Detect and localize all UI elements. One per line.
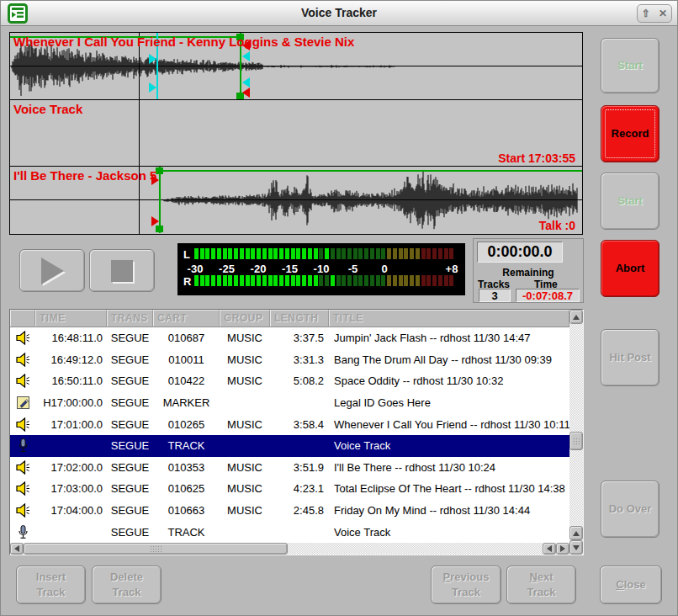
table-row[interactable]: 16:48:11.0SEGUE010687MUSIC3:37.5Jumpin' … — [10, 327, 569, 349]
column-header: TITLE — [329, 310, 569, 327]
voice-tracker-window: { "window": { "title": "Voice Tracker" }… — [0, 0, 678, 616]
talk-marker-handle-icon[interactable] — [149, 82, 156, 93]
shade-window-icon[interactable]: ⇧ — [638, 6, 654, 21]
cell-group: MUSIC — [220, 482, 270, 495]
table-row[interactable]: 17:02:00.0SEGUE010353MUSIC3:51.9I'll Be … — [10, 457, 569, 479]
start-track1-button[interactable]: Start — [601, 38, 659, 93]
meter-segment — [257, 275, 261, 286]
table-row[interactable]: 17:03:00.0SEGUE010625MUSIC4:23.1Total Ec… — [10, 478, 569, 500]
meter-segment — [426, 248, 431, 259]
cell-group: MUSIC — [220, 332, 270, 344]
meter-segment — [353, 275, 358, 286]
meter-segment — [262, 248, 267, 259]
start-track3-button[interactable]: Start — [601, 173, 659, 230]
do-over-button[interactable]: Do Over — [601, 481, 659, 538]
cell-icon — [10, 330, 35, 346]
scroll-up-button-2[interactable] — [569, 526, 583, 540]
table-row[interactable]: 17:01:00.0SEGUE010265MUSIC3:58.4Whenever… — [10, 413, 569, 435]
delete-track-button[interactable]: Delete Track — [92, 566, 162, 604]
stop-button[interactable] — [89, 249, 155, 292]
meter-segment — [319, 248, 323, 259]
scroll-down-button[interactable] — [569, 540, 583, 555]
abort-button[interactable]: Abort — [601, 240, 659, 297]
end-marker-handle-icon[interactable] — [242, 88, 250, 98]
meter-segment — [381, 275, 385, 286]
meter-segment — [240, 248, 244, 259]
scroll-left-button[interactable] — [10, 543, 24, 555]
meter-segment — [291, 248, 295, 259]
cell-length: 3:31.3 — [270, 353, 329, 366]
gain-envelope-line[interactable] — [159, 170, 582, 172]
meter-segment — [291, 275, 295, 286]
hit-post-button[interactable]: Hit Post — [601, 329, 659, 386]
close-button[interactable]: Close — [600, 566, 662, 604]
stop-icon — [111, 260, 133, 282]
cell-title: Jumpin' Jack Flash -- rdhost 11/30 14:47 — [329, 332, 569, 344]
meter-segment — [240, 275, 244, 286]
play-button[interactable] — [19, 249, 85, 292]
meter-segment — [358, 248, 363, 259]
button-label: Close — [616, 577, 645, 592]
table-row[interactable]: SEGUETRACKVoice Track — [10, 435, 569, 457]
previous-track-button[interactable]: Previous Track — [431, 566, 501, 604]
cell-title: Friday On My Mind -- rdhost 11/30 14:44 — [329, 504, 569, 517]
button-label: Start — [617, 194, 643, 209]
cell-group: MUSIC — [220, 418, 270, 431]
meter-segment — [336, 275, 341, 286]
meter-segment — [319, 275, 323, 286]
cell-cart: 010265 — [153, 418, 220, 431]
table-row[interactable]: SEGUETRACKVoice Track — [10, 521, 569, 543]
cell-time: 17:04:00.0 — [35, 504, 107, 517]
table-row[interactable]: H17:00:00.0SEGUEMARKERLegal ID Goes Here — [10, 392, 569, 414]
meter-segment — [257, 248, 261, 259]
column-header — [10, 310, 35, 327]
track-before[interactable]: Whenever I Call You Friend - Kenny Loggi… — [10, 33, 582, 100]
button-label: Start — [617, 58, 643, 73]
start-marker-line[interactable] — [159, 167, 161, 233]
cell-trans: SEGUE — [107, 396, 153, 409]
meter-segment — [279, 275, 283, 286]
log-table-header: TIMETRANSCARTGROUPLENGTHTITLE — [10, 310, 569, 327]
horizontal-scrollbar-thumb[interactable] — [24, 543, 288, 555]
track-voice[interactable]: Voice Track Start 17:03:55 — [10, 100, 582, 167]
elapsed-time-display: 0:00:00.0 — [477, 242, 563, 263]
cell-length: 2:45.8 — [270, 504, 329, 517]
horizontal-scrollbar[interactable] — [10, 543, 569, 555]
speaker-icon — [15, 373, 31, 389]
track-after[interactable]: I'll Be There - Jackson 5 Talk :0 — [10, 167, 582, 233]
meter-segment — [314, 275, 318, 286]
arrow-up-icon — [573, 315, 580, 320]
marker-note-icon — [15, 395, 31, 411]
talk-end-handle-icon[interactable] — [242, 51, 250, 61]
cell-cart: 010422 — [153, 374, 220, 387]
talk-end-handle-icon[interactable] — [242, 77, 250, 88]
insert-track-button[interactable]: Insert Track — [16, 566, 86, 604]
title-bar[interactable]: Voice Tracker ⇧ ✕ — [1, 1, 677, 26]
close-window-icon[interactable]: ✕ — [655, 6, 670, 21]
meter-segment — [279, 248, 283, 259]
vertical-scrollbar[interactable] — [569, 310, 583, 555]
cell-title: Space Oddity -- rdhost 11/30 10:32 — [329, 374, 569, 387]
vertical-scrollbar-thumb[interactable] — [569, 432, 583, 450]
scroll-right-button[interactable] — [556, 543, 569, 555]
start-marker-handle-icon[interactable] — [151, 216, 159, 226]
track-title-after: I'll Be There - Jackson 5 — [13, 168, 156, 183]
table-row[interactable]: 17:04:00.0SEGUE010663MUSIC2:45.8Friday O… — [10, 500, 569, 522]
start-marker-handle[interactable] — [156, 226, 163, 232]
cell-trans: SEGUE — [107, 482, 153, 495]
scroll-up-button[interactable] — [569, 310, 583, 324]
cell-time: 17:03:00.0 — [35, 482, 107, 495]
meter-segment — [416, 248, 420, 259]
record-button[interactable]: Record — [601, 105, 659, 162]
speaker-icon — [15, 481, 31, 497]
table-row[interactable]: 16:50:11.0SEGUE010422MUSIC5:08.2Space Od… — [10, 370, 569, 392]
cell-title: Legal ID Goes Here — [329, 396, 569, 409]
clock-panel: 0:00:00.0 Remaining Tracks Time 3 -0:07:… — [473, 238, 584, 303]
cell-length: 3:37.5 — [270, 332, 329, 344]
table-row[interactable]: 16:49:12.0SEGUE010011MUSIC3:31.3Bang The… — [10, 349, 569, 371]
next-track-button[interactable]: Next Track — [506, 566, 576, 604]
meter-segment — [364, 275, 368, 286]
talk-marker-handle-icon[interactable] — [149, 54, 156, 64]
start-marker-handle[interactable] — [156, 167, 163, 174]
scroll-left-button-2[interactable] — [543, 543, 556, 555]
